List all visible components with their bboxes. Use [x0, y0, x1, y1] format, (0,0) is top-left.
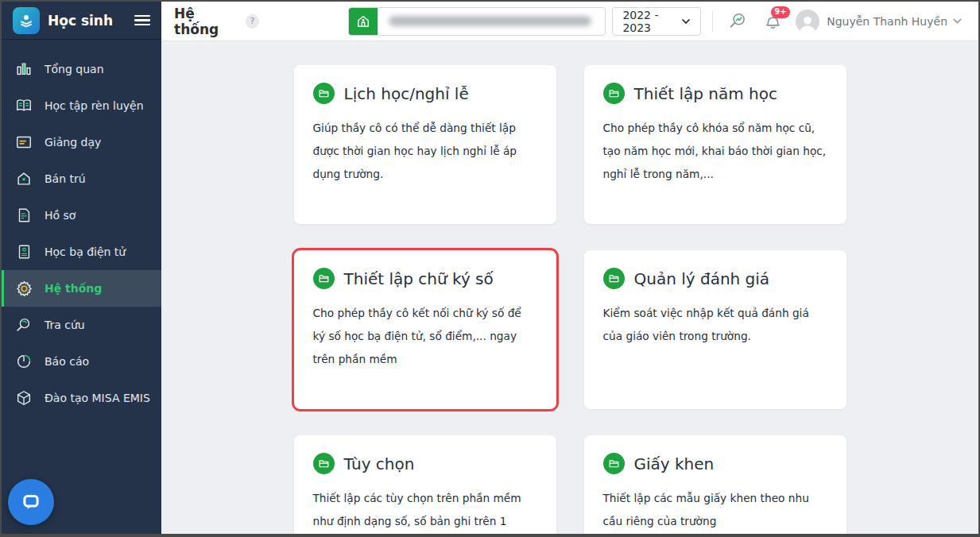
cube-icon — [14, 388, 33, 408]
sidebar-item-ho-so[interactable]: Hồ sơ — [2, 197, 161, 234]
sidebar-item-ban-tru[interactable]: Bán trú — [2, 160, 161, 197]
folder-icon — [603, 268, 625, 289]
sidebar-item-hoc-tap-ren-luyen[interactable]: Học tập rèn luyện — [2, 87, 161, 124]
app-window: Học sinh Tổng quan — [0, 0, 980, 537]
page-title: Hệ thống — [174, 6, 239, 37]
bar-chart-icon — [14, 60, 33, 79]
open-book-icon — [14, 96, 33, 115]
gear-icon — [14, 279, 33, 298]
sidebar-item-label: Báo cáo — [45, 355, 89, 368]
user-name[interactable]: Nguyễn Thanh Huyền — [827, 15, 947, 28]
notification-badge: 9+ — [771, 6, 790, 18]
notification-bell-icon[interactable]: 9+ — [761, 10, 784, 33]
sidebar-item-dao-tao-misa-emis[interactable]: Đào tạo MISA EMIS — [2, 380, 161, 416]
topbar: Hệ thống ? 2022 - 2023 — [161, 2, 978, 41]
card-tuy-chon[interactable]: Tùy chọn Thiết lập các tùy chọn trên phầ… — [294, 435, 556, 534]
app-title: Học sinh — [48, 13, 134, 29]
folder-icon — [313, 268, 335, 289]
sidebar-item-label: Học tập rèn luyện — [45, 99, 144, 112]
sidebar: Học sinh Tổng quan — [2, 2, 161, 534]
sidebar-item-tra-cuu[interactable]: Tra cứu — [2, 307, 161, 343]
folder-icon — [603, 83, 625, 104]
card-thiet-lap-chu-ky-so[interactable]: Thiết lập chữ ký số Cho phép thầy cô kết… — [294, 250, 556, 409]
settings-card-grid: Lịch học/nghỉ lễ Giúp thầy cô có thể dễ … — [294, 65, 846, 534]
school-name-redacted — [389, 16, 591, 26]
card-description: Giúp thầy cô có thể dễ dàng thiết lập đư… — [313, 117, 537, 185]
card-thiet-lap-nam-hoc[interactable]: Thiết lập năm học Cho phép thầy cô khóa … — [584, 65, 846, 224]
chevron-down-icon — [681, 17, 691, 26]
folder-icon — [603, 453, 625, 474]
card-title: Quản lý đánh giá — [634, 269, 770, 288]
card-lich-hoc-nghi-le[interactable]: Lịch học/nghỉ lễ Giúp thầy cô có thể dễ … — [294, 65, 556, 224]
sidebar-menu: Tổng quan Học tập rèn luyện — [2, 40, 161, 416]
card-description: Kiểm soát việc nhập kết quả đánh giá của… — [603, 302, 827, 348]
sidebar-item-hoc-ba-dien-tu[interactable]: Học bạ điện tử — [2, 234, 161, 270]
school-year-value: 2022 - 2023 — [622, 9, 681, 34]
menu-hamburger-icon[interactable] — [134, 15, 150, 26]
content-area: Lịch học/nghỉ lễ Giúp thầy cô có thể dễ … — [161, 41, 978, 534]
chat-support-button[interactable] — [8, 479, 54, 525]
board-icon — [14, 133, 33, 152]
sidebar-item-label: Hệ thống — [45, 282, 102, 295]
sidebar-item-giang-day[interactable]: Giảng dạy — [2, 124, 161, 160]
sidebar-item-label: Giảng dạy — [45, 136, 101, 149]
chat-bubble-icon — [19, 490, 43, 514]
card-description: Cho phép thầy cô khóa sổ năm học cũ, tạo… — [603, 117, 827, 185]
sidebar-item-he-thong[interactable]: Hệ thống — [2, 270, 161, 307]
sidebar-item-label: Bán trú — [45, 172, 86, 185]
avatar[interactable] — [796, 10, 819, 33]
card-description: Thiết lập các mẫu giấy khen theo nhu cầu… — [603, 487, 827, 533]
sidebar-item-bao-cao[interactable]: Báo cáo — [2, 343, 161, 380]
search-analytics-icon[interactable] — [726, 10, 750, 33]
card-quan-ly-danh-gia[interactable]: Quản lý đánh giá Kiểm soát việc nhập kết… — [584, 250, 846, 409]
card-title: Thiết lập năm học — [634, 84, 778, 103]
card-giay-khen[interactable]: Giấy khen Thiết lập các mẫu giấy khen th… — [584, 435, 846, 534]
sidebar-item-label: Tổng quan — [45, 63, 104, 75]
sidebar-item-tong-quan[interactable]: Tổng quan — [2, 51, 161, 87]
pie-chart-icon — [14, 352, 33, 371]
school-year-dropdown[interactable]: 2022 - 2023 — [612, 7, 701, 36]
house-icon — [14, 169, 33, 188]
home-icon — [349, 7, 378, 36]
card-title: Thiết lập chữ ký số — [344, 269, 494, 288]
magnifier-icon — [14, 315, 33, 334]
topbar-right: 9+ Nguyễn Thanh Huyền — [701, 10, 966, 33]
card-title: Lịch học/nghỉ lễ — [344, 84, 469, 103]
card-title: Tùy chọn — [344, 454, 415, 473]
chevron-down-icon[interactable] — [952, 14, 963, 29]
card-description: Thiết lập các tùy chọn trên phần mềm như… — [313, 487, 537, 534]
card-description: Cho phép thầy cô kết nối chữ ký số để ký… — [313, 302, 537, 370]
sidebar-item-label: Hồ sơ — [45, 209, 76, 222]
document-person-icon — [14, 242, 33, 261]
help-icon[interactable]: ? — [246, 14, 259, 29]
sidebar-item-label: Đào tạo MISA EMIS — [45, 392, 150, 404]
card-title: Giấy khen — [634, 454, 715, 473]
sidebar-item-label: Tra cứu — [45, 319, 85, 331]
document-icon — [14, 206, 33, 225]
folder-icon — [313, 453, 335, 474]
folder-icon — [313, 83, 335, 104]
school-selector[interactable] — [348, 7, 606, 36]
main-area: Hệ thống ? 2022 - 2023 — [161, 2, 978, 534]
app-logo — [13, 7, 40, 34]
sidebar-item-label: Học bạ điện tử — [45, 245, 126, 258]
sidebar-header: Học sinh — [2, 2, 161, 40]
divider — [712, 11, 713, 32]
